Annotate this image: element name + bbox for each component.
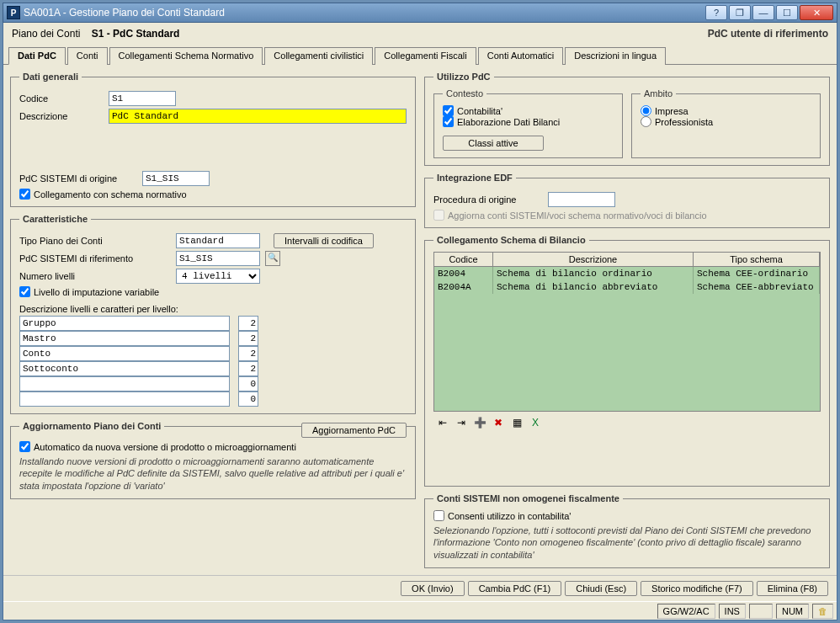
tabs: Dati PdC Conti Collegamenti Schema Norma…	[3, 46, 837, 65]
aggiornamento-note: Installando nuove versioni di prodotto o…	[19, 455, 407, 492]
auto-update-checkbox[interactable]	[19, 441, 30, 452]
aggiorna-conti-label: Aggiorna conti SISTEMI/voci schema norma…	[448, 210, 707, 221]
level-name-input[interactable]	[19, 331, 230, 346]
impresa-radio[interactable]	[641, 105, 651, 116]
level-row	[19, 376, 258, 391]
procedura-origine-label: Procedura di origine	[433, 194, 543, 205]
caratteristiche-group: Caratteristiche Tipo Piano dei Conti Int…	[10, 214, 416, 414]
add-icon[interactable]: ➕	[472, 415, 487, 430]
lookup-icon[interactable]: 🔍	[265, 251, 280, 266]
grid-col-codice[interactable]: Codice	[434, 253, 493, 266]
tab-coll-fiscali[interactable]: Collegamenti Fiscali	[375, 47, 476, 65]
minimize-button[interactable]: —	[752, 5, 774, 20]
collegamento-schema-checkbox[interactable]	[19, 189, 30, 200]
dati-generali-group: Dati generali Codice Descrizione PdC SIS…	[10, 72, 416, 207]
level-num-input[interactable]	[238, 316, 258, 331]
level-num-input[interactable]	[238, 391, 258, 407]
aggiorna-conti-checkbox	[433, 210, 444, 221]
excel-icon[interactable]: X	[528, 415, 543, 430]
cell-tipo: Schema CEE-abbreviato	[694, 280, 820, 294]
professionista-label: Professionista	[655, 117, 713, 127]
ambito-group: Ambito Impresa Professionista	[631, 88, 821, 158]
elimina-button[interactable]: Elimina (F8)	[757, 581, 828, 596]
aggiornamento-pdc-button[interactable]: Aggiornamento PdC	[301, 423, 407, 438]
consenti-utilizzo-checkbox[interactable]	[433, 510, 444, 521]
trash-icon[interactable]: 🗑	[812, 604, 833, 619]
conti-non-omogenei-group: Conti SISTEMI non omogenei fiscalmente C…	[424, 493, 830, 568]
tipo-pdc-input[interactable]	[176, 233, 260, 248]
cell-descrizione: Schema di bilancio ordinario	[493, 267, 694, 280]
origine-input[interactable]	[142, 171, 210, 186]
remove-icon[interactable]: ✖	[491, 415, 506, 430]
tab-descrizioni-lingua[interactable]: Descrizioni in lingua	[565, 47, 666, 65]
table-row[interactable]: B2004 Schema di bilancio ordinario Schem…	[434, 267, 820, 280]
close-button[interactable]: ✕	[800, 5, 833, 20]
contabilita-checkbox[interactable]	[443, 105, 454, 116]
numero-livelli-select[interactable]: 4 livelli	[176, 269, 260, 284]
level-num-input[interactable]	[238, 376, 258, 391]
tipo-pdc-label: Tipo Piano dei Conti	[19, 236, 171, 246]
storico-button[interactable]: Storico modifiche (F7)	[641, 581, 753, 596]
level-num-input[interactable]	[238, 361, 258, 376]
table-icon[interactable]: ▦	[509, 415, 524, 430]
elaborazione-label: Elaborazione Dati Bilanci	[457, 117, 560, 127]
aggiornamento-group: Aggiornamento Piano dei Conti Aggiorname…	[10, 421, 416, 499]
codice-label: Codice	[19, 93, 104, 104]
caratteristiche-legend: Caratteristiche	[19, 214, 91, 224]
tab-dati-pdc[interactable]: Dati PdC	[8, 47, 66, 65]
grid-col-tipo[interactable]: Tipo schema	[694, 253, 820, 266]
header-name: PdC Standard	[113, 28, 179, 40]
descrizione-label: Descrizione	[19, 111, 104, 121]
rif-input[interactable]	[176, 251, 260, 266]
header-label: Piano dei Conti	[12, 28, 80, 40]
contabilita-label: Contabilita'	[457, 106, 502, 116]
statusbar: GG/W2/AC INS NUM 🗑	[3, 601, 837, 620]
elaborazione-checkbox[interactable]	[443, 116, 454, 127]
level-name-input[interactable]	[19, 361, 230, 376]
tab-coll-schema-normativo[interactable]: Collegamenti Schema Normativo	[109, 47, 263, 65]
level-name-input[interactable]	[19, 316, 230, 331]
consenti-utilizzo-label: Consenti utilizzo in contabilita'	[448, 511, 571, 521]
codice-input[interactable]	[109, 91, 176, 106]
schema-grid[interactable]: Codice Descrizione Tipo schema B2004 Sch…	[433, 252, 821, 412]
level-num-input[interactable]	[238, 331, 258, 346]
cambia-pdc-button[interactable]: Cambia PdC (F1)	[468, 581, 562, 596]
level-num-input[interactable]	[238, 346, 258, 361]
level-name-input[interactable]	[19, 391, 230, 407]
professionista-radio[interactable]	[641, 116, 651, 127]
chiudi-button[interactable]: Chiudi (Esc)	[565, 581, 637, 596]
collegamento-schema-legend: Collegamento Schema di Bilancio	[433, 235, 589, 245]
restore-button[interactable]: ❐	[729, 5, 751, 20]
level-name-input[interactable]	[19, 376, 230, 391]
auto-update-label: Automatico da nuova versione di prodotto…	[34, 442, 296, 452]
impresa-label: Impresa	[655, 106, 688, 116]
table-row[interactable]: B2004A Schema di bilancio abbreviato Sch…	[434, 280, 820, 294]
intervalli-codifica-button[interactable]: Intervalli di codifica	[274, 233, 374, 248]
cell-tipo: Schema CEE-ordinario	[694, 267, 820, 280]
descr-livelli-label: Descrizione livelli e caratteri per live…	[19, 304, 407, 314]
ok-button[interactable]: OK (Invio)	[401, 581, 465, 596]
status-user: GG/W2/AC	[657, 604, 715, 619]
integrazione-edf-group: Integrazione EDF Procedura di origine Ag…	[424, 173, 830, 228]
descrizione-input[interactable]	[109, 109, 407, 124]
imputazione-variabile-label: Livello di imputazione variabile	[34, 287, 159, 297]
classi-attive-button[interactable]: Classi attive	[443, 136, 544, 151]
procedura-origine-input[interactable]	[548, 192, 615, 207]
help-button[interactable]: ?	[705, 5, 727, 20]
imputazione-variabile-checkbox[interactable]	[19, 286, 30, 297]
tab-conti-automatici[interactable]: Conti Automatici	[478, 47, 563, 65]
dati-generali-legend: Dati generali	[19, 72, 82, 82]
first-icon[interactable]: ⇤	[435, 415, 450, 430]
maximize-button[interactable]: ☐	[776, 5, 798, 20]
last-icon[interactable]: ⇥	[454, 415, 469, 430]
tab-coll-civilistici[interactable]: Collegamenti civilistici	[264, 47, 373, 65]
grid-col-descrizione[interactable]: Descrizione	[493, 253, 694, 266]
contesto-legend: Contesto	[443, 88, 486, 99]
header-bar: Piano dei Conti S1 - PdC Standard PdC ut…	[3, 23, 837, 46]
origine-label: PdC SISTEMI di origine	[19, 173, 137, 184]
status-num: NUM	[776, 604, 809, 619]
level-name-input[interactable]	[19, 346, 230, 361]
cell-codice: B2004A	[434, 280, 493, 294]
aggiornamento-legend: Aggiornamento Piano dei Conti	[19, 421, 164, 431]
tab-conti[interactable]: Conti	[67, 47, 108, 65]
